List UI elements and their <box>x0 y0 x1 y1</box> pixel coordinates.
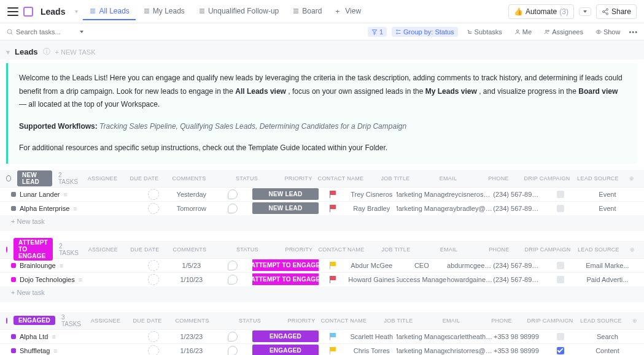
status-cell[interactable]: NEW LEAD <box>252 202 319 214</box>
contact-name-cell[interactable]: Chris Torres <box>347 347 397 354</box>
col-job-title[interactable]: JOB TITLE <box>368 246 424 253</box>
assignee-cell[interactable] <box>136 345 170 355</box>
drip-cell[interactable] <box>539 262 582 269</box>
group-status-chip[interactable]: ATTEMPT TO ENGAGE <box>14 238 53 261</box>
group-collapse-icon[interactable] <box>6 318 7 324</box>
col-comments[interactable]: COMMENTS <box>168 246 211 253</box>
col-due-date[interactable]: DUE DATE <box>122 246 168 253</box>
view-tab-my-leads[interactable]: My Leads <box>137 3 191 20</box>
group-collapse-icon[interactable] <box>6 175 11 181</box>
group-by-button[interactable]: Group by: Status <box>392 27 458 37</box>
col-status[interactable]: STATUS <box>214 318 286 324</box>
col-drip-campaign[interactable]: DRIP CAMPAIGN <box>527 318 573 324</box>
show-button[interactable]: Show <box>592 27 624 37</box>
hamburger-icon[interactable] <box>7 7 18 16</box>
contact-name-cell[interactable]: Howard Gaines <box>347 276 397 283</box>
job-title-cell[interactable]: Marketing Manager <box>397 333 448 340</box>
priority-cell[interactable] <box>319 205 347 212</box>
me-button[interactable]: Me <box>511 27 535 37</box>
email-cell[interactable]: treycisneros@lunarla <box>447 191 493 198</box>
new-task-button[interactable]: + New task <box>0 286 644 299</box>
drip-cell[interactable] <box>539 276 582 283</box>
description-icon[interactable]: ≡ <box>52 333 55 340</box>
task-status-square-icon[interactable] <box>11 348 16 353</box>
view-tab-all-leads[interactable]: All Leads <box>83 3 135 20</box>
lead-source-cell[interactable]: Paid Adverti... <box>582 276 633 283</box>
description-icon[interactable]: ≡ <box>60 262 63 269</box>
add-column-icon[interactable]: ⊕ <box>626 175 638 181</box>
col-drip-campaign[interactable]: DRIP CAMPAIGN <box>524 246 571 253</box>
col-phone[interactable]: PHONE <box>476 318 527 324</box>
lead-source-cell[interactable]: Event <box>582 205 633 212</box>
email-cell[interactable]: abdurmcgee@brainlc <box>447 262 493 269</box>
col-email[interactable]: EMAIL <box>423 175 473 181</box>
priority-cell[interactable] <box>319 191 347 198</box>
task-name[interactable]: Alpha Ltd <box>20 333 48 340</box>
col-phone[interactable]: PHONE <box>473 175 524 181</box>
job-title-cell[interactable]: Marketing Manager <box>397 347 448 354</box>
assignee-cell[interactable] <box>136 203 170 214</box>
comments-cell[interactable] <box>213 261 252 270</box>
contact-name-cell[interactable]: Scarlett Heath <box>347 333 397 340</box>
phone-cell[interactable]: +353 98 98999 <box>493 347 539 354</box>
drip-cell[interactable] <box>539 191 582 198</box>
new-task-button[interactable]: + New task <box>0 215 644 227</box>
email-cell[interactable]: raybradley@alphaent <box>447 205 493 212</box>
due-date-cell[interactable]: 1/5/23 <box>170 262 213 269</box>
email-cell[interactable]: howardgaines@dojot <box>447 276 493 283</box>
collapse-icon[interactable]: ▾ <box>6 48 10 56</box>
task-status-square-icon[interactable] <box>11 263 16 268</box>
col-lead-source[interactable]: LEAD SOURCE <box>570 175 626 181</box>
col-drip-campaign[interactable]: DRIP CAMPAIGN <box>524 175 570 181</box>
description-icon[interactable]: ≡ <box>73 205 77 212</box>
assignee-cell[interactable] <box>136 260 170 271</box>
search-chevron-icon[interactable] <box>80 31 83 33</box>
contact-name-cell[interactable]: Abdur McGee <box>347 262 397 269</box>
task-row[interactable]: Alpha Ltd≡1/23/23ENGAGEDScarlett HeathMa… <box>0 329 644 343</box>
group-status-chip[interactable]: NEW LEAD <box>17 170 52 186</box>
task-status-square-icon[interactable] <box>11 277 16 282</box>
col-comments[interactable]: COMMENTS <box>168 175 211 181</box>
due-date-cell[interactable]: 1/10/23 <box>170 276 213 283</box>
col-comments[interactable]: COMMENTS <box>171 318 214 324</box>
filter-button[interactable]: 1 <box>368 27 387 37</box>
list-info-icon[interactable]: ⓘ <box>43 47 50 57</box>
email-cell[interactable]: scarlettheath@alphal <box>447 333 493 340</box>
col-contact-name[interactable]: CONTACT NAME <box>314 246 368 253</box>
comments-cell[interactable] <box>213 332 252 342</box>
task-status-square-icon[interactable] <box>11 334 16 339</box>
add-column-icon[interactable]: ⊕ <box>626 246 638 253</box>
description-icon[interactable]: ≡ <box>79 276 82 283</box>
col-priority[interactable]: PRIORITY <box>286 318 317 324</box>
task-row[interactable]: Brainlounge≡1/5/23ATTEMPT TO ENGAGEAbdur… <box>0 258 644 272</box>
assignee-cell[interactable] <box>136 331 170 342</box>
email-cell[interactable]: christorres@shufflete <box>447 347 493 354</box>
task-name[interactable]: Alpha Enterprise <box>20 205 69 212</box>
col-due-date[interactable]: DUE DATE <box>124 318 171 324</box>
col-job-title[interactable]: JOB TITLE <box>371 318 426 324</box>
lead-source-cell[interactable]: Event <box>582 191 633 198</box>
lead-source-cell[interactable]: Content <box>582 347 633 354</box>
lead-source-cell[interactable]: Search <box>582 333 633 340</box>
priority-cell[interactable] <box>319 333 347 340</box>
job-title-cell[interactable]: Success Manager <box>397 276 448 283</box>
comments-cell[interactable] <box>213 346 252 355</box>
comments-cell[interactable] <box>213 204 252 213</box>
task-name[interactable]: Brainlounge <box>20 262 56 269</box>
comments-cell[interactable] <box>213 189 252 199</box>
priority-cell[interactable] <box>319 347 347 354</box>
priority-cell[interactable] <box>319 262 347 269</box>
contact-name-cell[interactable]: Ray Bradley <box>347 205 397 212</box>
job-title-cell[interactable]: Marketing Manager <box>397 191 448 198</box>
status-cell[interactable]: ENGAGED <box>252 330 319 342</box>
phone-cell[interactable]: (234) 567-8901 <box>493 276 539 283</box>
search-input[interactable] <box>16 28 77 36</box>
due-date-cell[interactable]: 1/23/23 <box>170 333 213 340</box>
priority-cell[interactable] <box>319 276 347 283</box>
col-lead-source[interactable]: LEAD SOURCE <box>571 246 626 253</box>
add-column-icon[interactable]: ⊕ <box>629 318 641 324</box>
job-title-cell[interactable]: Marketing Manager <box>397 205 448 212</box>
task-status-square-icon[interactable] <box>11 206 16 211</box>
drip-cell[interactable] <box>539 205 582 212</box>
add-view-button[interactable]: +View <box>329 3 367 20</box>
